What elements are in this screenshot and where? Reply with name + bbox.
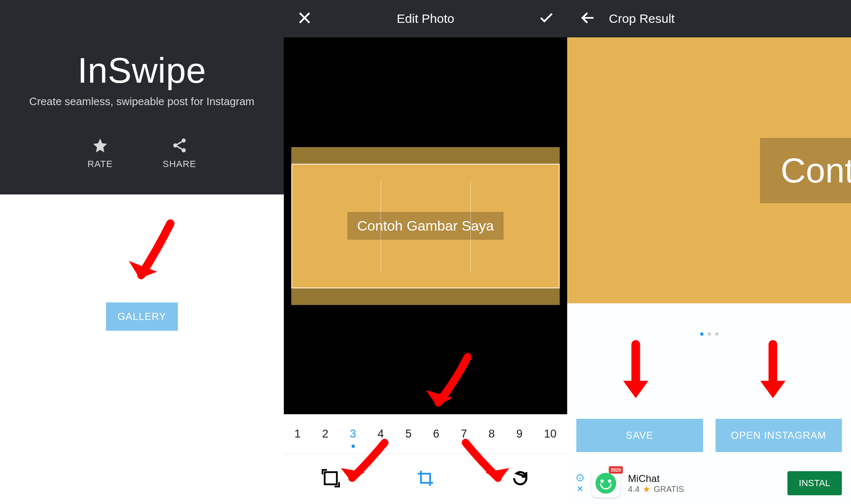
ad-title: MiChat [628, 473, 780, 484]
result-preview[interactable]: Cont [567, 37, 851, 303]
svg-point-0 [182, 138, 186, 143]
split-option[interactable]: 8 [489, 428, 495, 440]
svg-rect-3 [325, 472, 337, 484]
cta-row: SAVE OPEN INSTAGRAM [567, 419, 851, 452]
split-option[interactable]: 2 [322, 428, 328, 440]
toolbar: Crop Result [567, 0, 851, 37]
split-count-selector: 1 2 3 4 5 6 7 8 9 10 [284, 414, 568, 454]
save-button[interactable]: SAVE [576, 419, 703, 452]
confirm-button[interactable] [538, 10, 555, 28]
rotate-tool[interactable] [511, 469, 529, 489]
tool-row [284, 454, 568, 504]
star-icon [92, 137, 108, 154]
dot [708, 332, 711, 336]
edit-canvas[interactable]: Contoh Gambar Saya [284, 37, 568, 414]
ad-text: MiChat 4.4 GRATIS [628, 473, 780, 494]
split-option[interactable]: 4 [378, 428, 384, 440]
ad-badge: 2020 [609, 466, 623, 474]
dot [715, 332, 718, 336]
close-button[interactable] [296, 10, 313, 28]
back-button[interactable] [580, 10, 596, 28]
star-icon [643, 485, 650, 493]
split-option[interactable]: 9 [517, 428, 523, 440]
rate-label: RATE [87, 159, 113, 170]
rate-button[interactable]: RATE [87, 137, 113, 170]
app-title: InSwipe [78, 50, 206, 91]
split-option[interactable]: 5 [406, 428, 412, 440]
crop-window[interactable]: Contoh Gambar Saya [291, 164, 560, 288]
screen-inswipe-home: InSwipe Create seamless, swipeable post … [0, 0, 284, 504]
dot-active [700, 332, 703, 336]
split-option-selected[interactable]: 3 [350, 428, 356, 440]
annotation-arrow-icon [733, 337, 812, 415]
aspect-icon [322, 469, 340, 487]
crop-tool[interactable] [416, 469, 435, 489]
share-label: SHARE [162, 159, 196, 170]
back-arrow-icon [580, 10, 596, 26]
split-option[interactable]: 6 [433, 428, 439, 440]
info-icon [576, 474, 584, 482]
gallery-button[interactable]: GALLERY [106, 302, 178, 331]
main-area: GALLERY [0, 194, 284, 504]
split-option[interactable]: 7 [461, 428, 467, 440]
screen-crop-result: Crop Result Cont SAVE OPEN INSTAGRAM [567, 0, 851, 504]
svg-point-1 [173, 143, 177, 148]
action-row: RATE SHARE [87, 137, 196, 170]
screen-edit-photo: Edit Photo Contoh Gambar Saya 1 2 3 4 5 … [284, 0, 568, 504]
ad-app-icon: 2020 [591, 469, 620, 498]
adchoices[interactable] [576, 474, 584, 492]
share-icon [171, 137, 188, 154]
rotate-icon [511, 469, 529, 487]
split-option[interactable]: 1 [295, 428, 301, 440]
ad-banner[interactable]: 2020 MiChat 4.4 GRATIS INSTAL [576, 467, 842, 500]
split-option[interactable]: 10 [544, 428, 556, 440]
open-instagram-button[interactable]: OPEN INSTAGRAM [716, 419, 842, 452]
toolbar-title: Edit Photo [313, 12, 539, 26]
sample-image: Contoh Gambar Saya [291, 147, 560, 305]
ad-rating: 4.4 GRATIS [628, 484, 780, 494]
annotation-arrow-icon [112, 215, 195, 298]
page-indicator [700, 332, 718, 336]
toolbar: Edit Photo [284, 0, 568, 37]
svg-point-2 [182, 148, 186, 152]
preview-text: Cont [760, 138, 851, 203]
close-ad-icon[interactable] [576, 485, 584, 492]
install-button[interactable]: INSTAL [787, 471, 842, 495]
toolbar-title: Crop Result [609, 12, 674, 26]
share-button[interactable]: SHARE [162, 137, 196, 170]
crop-icon [416, 469, 435, 487]
aspect-tool[interactable] [322, 469, 340, 489]
lower-panel: SAVE OPEN INSTAGRAM 2020 MiChat 4.4 [567, 303, 851, 504]
check-icon [538, 10, 555, 26]
close-icon [296, 10, 313, 26]
header-area: InSwipe Create seamless, swipeable post … [0, 0, 284, 194]
app-tagline: Create seamless, swipeable post for Inst… [29, 95, 254, 108]
annotation-arrow-icon [596, 337, 675, 415]
